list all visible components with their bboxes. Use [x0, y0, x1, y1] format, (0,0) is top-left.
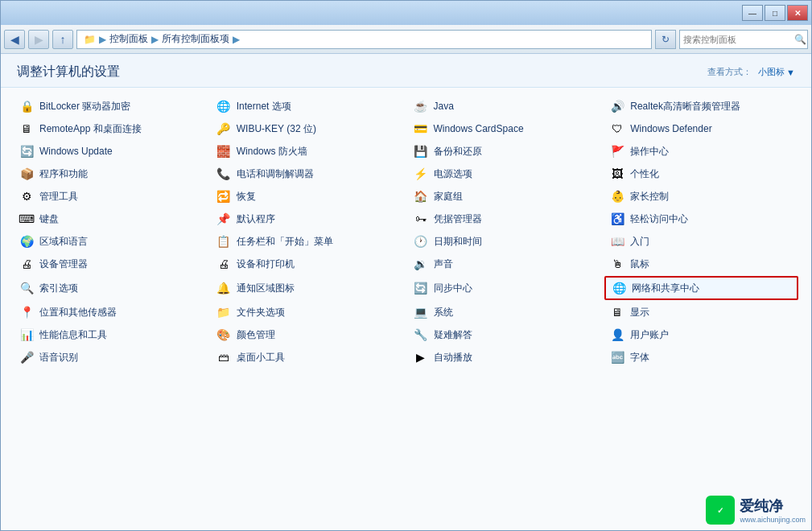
- control-item[interactable]: 🌍区域和语言: [14, 231, 208, 252]
- control-item[interactable]: 🔒BitLocker 驱动器加密: [14, 96, 208, 117]
- item-label: 系统: [434, 306, 453, 319]
- control-item[interactable]: 🔄Windows Update: [14, 141, 208, 162]
- control-item[interactable]: 👶家长控制: [604, 186, 798, 207]
- item-label: 通知区域图标: [237, 282, 295, 295]
- control-item[interactable]: 🎤语音识别: [14, 347, 208, 368]
- item-icon: 📋: [216, 233, 232, 249]
- item-icon: 📦: [19, 166, 35, 182]
- item-icon: 📖: [609, 233, 625, 249]
- control-item[interactable]: 🕐日期和时间: [408, 231, 602, 252]
- control-item[interactable]: 🚩操作中心: [604, 141, 798, 162]
- control-item[interactable]: 🖥RemoteApp 和桌面连接: [14, 118, 208, 139]
- item-icon: 🔒: [19, 98, 35, 114]
- control-item[interactable]: 🔑WIBU-KEY (32 位): [211, 118, 405, 139]
- item-icon: 🔧: [413, 327, 429, 343]
- view-mode-button[interactable]: 小图标 ▼: [758, 66, 795, 78]
- search-box[interactable]: 🔍: [679, 30, 808, 49]
- item-label: 入门: [630, 235, 649, 249]
- control-item[interactable]: 🏠家庭组: [408, 186, 602, 207]
- address-path[interactable]: 📁 ▶ 控制面板 ▶ 所有控制面板项 ▶: [76, 30, 652, 49]
- control-item[interactable]: 🖱鼠标: [604, 253, 798, 274]
- item-icon: 🔤: [609, 349, 625, 365]
- item-label: 字体: [630, 351, 649, 364]
- item-label: 家庭组: [434, 190, 463, 204]
- item-icon: 🏠: [413, 188, 429, 204]
- item-label: 设备和打印机: [237, 257, 295, 271]
- control-item[interactable]: 🗝凭据管理器: [408, 208, 602, 229]
- item-icon: 👤: [609, 327, 625, 343]
- control-item[interactable]: 💾备份和还原: [408, 141, 602, 162]
- search-icon[interactable]: 🔍: [794, 34, 806, 45]
- control-item[interactable]: 🌐Internet 选项: [211, 96, 405, 117]
- control-item[interactable]: 🔄同步中心: [408, 276, 602, 300]
- control-item[interactable]: 📌默认程序: [211, 208, 405, 229]
- control-item[interactable]: 💳Windows CardSpace: [408, 118, 602, 139]
- item-icon: 🔍: [19, 280, 35, 296]
- control-item[interactable]: 📋任务栏和「开始」菜单: [211, 231, 405, 252]
- item-icon: ⌨: [19, 211, 35, 227]
- control-item[interactable]: 🔔通知区域图标: [211, 276, 405, 300]
- minimize-button[interactable]: —: [742, 5, 763, 21]
- control-item[interactable]: ▶自动播放: [408, 347, 602, 368]
- item-label: Windows CardSpace: [434, 123, 524, 134]
- control-item[interactable]: 🖥显示: [604, 302, 798, 323]
- watermark-sub: www.aichunjing.com: [740, 516, 806, 524]
- control-item[interactable]: 📦程序和功能: [14, 163, 208, 184]
- item-label: 网络和共享中心: [632, 282, 699, 295]
- item-label: 区域和语言: [39, 235, 88, 249]
- item-icon: 🔄: [413, 280, 429, 296]
- up-button[interactable]: ↑: [52, 30, 73, 49]
- item-icon: 🧱: [216, 143, 232, 159]
- control-item[interactable]: ⌨键盘: [14, 208, 208, 229]
- item-icon: 🖱: [609, 256, 625, 272]
- control-item[interactable]: 🔁恢复: [211, 186, 405, 207]
- close-button[interactable]: ✕: [787, 5, 808, 21]
- item-label: 程序和功能: [39, 167, 88, 181]
- item-label: 任务栏和「开始」菜单: [237, 235, 333, 249]
- control-item[interactable]: 🔤字体: [604, 347, 798, 368]
- item-label: 操作中心: [630, 145, 669, 158]
- control-item[interactable]: 📖入门: [604, 231, 798, 252]
- item-icon: 📍: [19, 304, 35, 320]
- path-part-2[interactable]: 所有控制面板项: [162, 32, 229, 46]
- item-label: Windows Defender: [630, 123, 711, 134]
- control-item[interactable]: 🔧疑难解答: [408, 324, 602, 345]
- item-label: 语音识别: [39, 351, 78, 364]
- item-icon: 🌐: [216, 98, 232, 114]
- main-window: — □ ✕ ◀ ▶ ↑ 📁 ▶ 控制面板 ▶ 所有控制面板项 ▶ ↻ 🔍 调整计…: [0, 0, 812, 531]
- control-item[interactable]: 📍位置和其他传感器: [14, 302, 208, 323]
- item-icon: ▶: [413, 349, 429, 365]
- item-label: Internet 选项: [237, 100, 291, 113]
- refresh-button[interactable]: ↻: [655, 30, 676, 49]
- control-item[interactable]: 📞电话和调制解调器: [211, 163, 405, 184]
- search-input[interactable]: [683, 35, 794, 44]
- maximize-button[interactable]: □: [765, 5, 785, 21]
- path-part-1[interactable]: 控制面板: [109, 32, 148, 46]
- control-item[interactable]: 🔉声音: [408, 253, 602, 274]
- control-item[interactable]: 🖼个性化: [604, 163, 798, 184]
- item-label: 轻松访问中心: [630, 212, 688, 226]
- control-item[interactable]: 💻系统: [408, 302, 602, 323]
- control-item[interactable]: 🧱Windows 防火墙: [211, 141, 405, 162]
- control-item[interactable]: 🔊Realtek高清晰音频管理器: [604, 96, 798, 117]
- control-item[interactable]: 🔍索引选项: [14, 276, 208, 300]
- item-label: 声音: [434, 257, 453, 271]
- control-item[interactable]: 🌐网络和共享中心: [604, 276, 798, 300]
- back-button[interactable]: ◀: [4, 30, 25, 49]
- control-item[interactable]: 🛡Windows Defender: [604, 118, 798, 139]
- control-item[interactable]: 🎨颜色管理: [211, 324, 405, 345]
- control-item[interactable]: 👤用户账户: [604, 324, 798, 345]
- control-item[interactable]: ♿轻松访问中心: [604, 208, 798, 229]
- control-item[interactable]: 🗃桌面小工具: [211, 347, 405, 368]
- control-item[interactable]: ⚡电源选项: [408, 163, 602, 184]
- control-item[interactable]: ☕Java: [408, 96, 602, 117]
- titlebar-buttons: — □ ✕: [742, 5, 808, 21]
- item-label: 性能信息和工具: [39, 328, 107, 342]
- control-item[interactable]: 📁文件夹选项: [211, 302, 405, 323]
- forward-button[interactable]: ▶: [28, 30, 49, 49]
- control-item[interactable]: 🖨设备管理器: [14, 253, 208, 274]
- watermark-brand: 爱纯净: [740, 496, 806, 516]
- control-item[interactable]: 🖨设备和打印机: [211, 253, 405, 274]
- control-item[interactable]: ⚙管理工具: [14, 186, 208, 207]
- control-item[interactable]: 📊性能信息和工具: [14, 324, 208, 345]
